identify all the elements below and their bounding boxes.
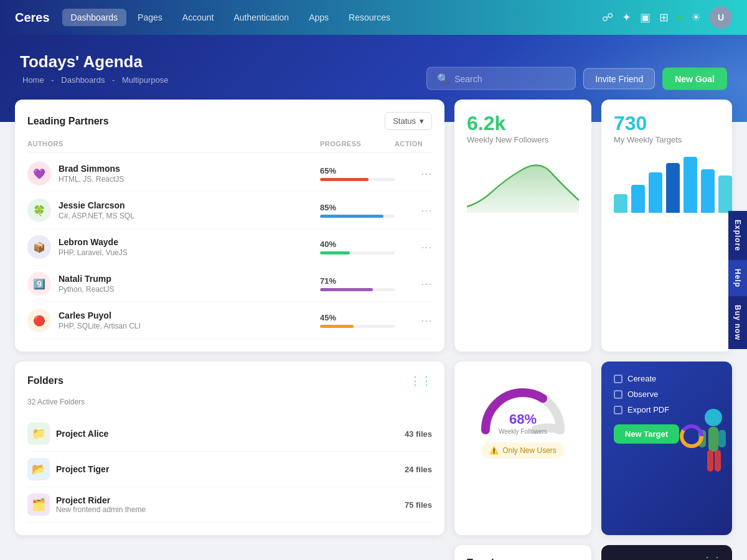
bar-1 <box>631 185 645 213</box>
main-content: Leading Partners Status ▾ AUTHORS PROGRE… <box>0 100 747 560</box>
partner-info: 🍀 Jessie Clarcson C#, ASP.NET, MS SQL <box>27 198 320 222</box>
explore-tab[interactable]: Explore <box>728 211 747 260</box>
create-action: Cereate <box>614 374 720 383</box>
partner-info: 💜 Brad Simmons HTML, JS, ReactJS <box>27 162 320 185</box>
progress-fill <box>320 215 383 218</box>
folders-card-header: Folders ⋮⋮ <box>27 374 432 388</box>
partner-row: 🔴 Carles Puyol PHP, SQLite, Artisan CLI … <box>27 302 432 339</box>
progress-area: 40% <box>320 240 395 254</box>
partner-skills: HTML, JS, ReactJS <box>59 175 124 184</box>
partner-skills: C#, ASP.NET, MS SQL <box>59 212 134 220</box>
header-actions: 🔍 Invite Friend New Goal <box>426 67 727 90</box>
partner-avatar-3: 9️⃣ <box>27 272 51 296</box>
leading-partners-card: Leading Partners Status ▾ AUTHORS PROGRE… <box>15 100 444 352</box>
side-panel: Explore Help Buy now <box>728 211 747 349</box>
folder-row: 📁 Project Alice 43 files <box>27 416 432 452</box>
folder-row: 📂 Project Tiger 24 files <box>27 452 432 487</box>
partner-name: Carles Puyol <box>59 310 141 320</box>
folder-rows: 📁 Project Alice 43 files 📂 Project Tiger… <box>27 416 432 523</box>
partner-row: 9️⃣ Natali Trump Python, ReactJS 71% ⋯ <box>27 266 432 302</box>
progress-area: 71% <box>320 276 395 291</box>
partner-name: Lebron Wayde <box>59 237 128 247</box>
partner-avatar-0: 💜 <box>27 162 51 185</box>
svg-rect-7 <box>715 450 721 472</box>
nav-authentication[interactable]: Authentication <box>225 9 298 26</box>
status-label: Status <box>393 116 416 126</box>
dots-icon[interactable]: ⋮⋮ <box>410 374 432 388</box>
partner-info: 📦 Lebron Wayde PHP, Laravel, VueJS <box>27 235 320 259</box>
window-icon[interactable]: ▣ <box>640 11 651 24</box>
chart-icon[interactable]: ☍ <box>602 11 613 24</box>
export-checkbox[interactable] <box>614 406 622 414</box>
help-tab[interactable]: Help <box>728 260 747 296</box>
col-authors: AUTHORS <box>27 140 320 147</box>
breadcrumb-home[interactable]: Home <box>22 75 44 85</box>
export-label: Export PDF <box>627 405 669 414</box>
observe-label: Observe <box>627 390 658 399</box>
target-actions-card: Cereate Observe Export PDF New Target <box>601 362 732 535</box>
folders-subtitle: 32 Active Folders <box>27 398 432 406</box>
progress-area: 45% <box>320 313 395 328</box>
content-grid: Leading Partners Status ▾ AUTHORS PROGRE… <box>15 100 732 560</box>
invite-friend-button[interactable]: Invite Friend <box>583 68 655 89</box>
nav-dashboards[interactable]: Dashboards <box>62 9 127 26</box>
table-header: AUTHORS PROGRESS ACTION <box>27 140 432 153</box>
sun-icon[interactable]: ☀ <box>691 11 701 24</box>
action-dots[interactable]: ⋯ <box>395 314 432 327</box>
partner-skills: PHP, Laravel, VueJS <box>59 248 128 257</box>
action-dots[interactable]: ⋯ <box>395 277 432 291</box>
nav-resources[interactable]: Resources <box>340 9 399 26</box>
partner-rows: 💜 Brad Simmons HTML, JS, ReactJS 65% ⋯ 🍀… <box>27 156 432 339</box>
partner-row: 🍀 Jessie Clarcson C#, ASP.NET, MS SQL 85… <box>27 192 432 229</box>
search-icon: 🔍 <box>437 73 449 85</box>
chevron-down-icon: ▾ <box>420 116 424 126</box>
progress-fill <box>320 288 373 291</box>
new-goal-button[interactable]: New Goal <box>662 67 727 90</box>
partner-skills: PHP, SQLite, Artisan CLI <box>59 322 141 330</box>
status-dropdown[interactable]: Status ▾ <box>385 112 432 130</box>
export-action: Export PDF <box>614 405 720 414</box>
progress-pct: 40% <box>320 240 395 249</box>
folder-info: 📂 Project Tiger <box>27 458 109 480</box>
new-target-button[interactable]: New Target <box>614 424 679 444</box>
partner-name: Natali Trump <box>59 274 114 284</box>
partner-avatar-1: 🍀 <box>27 198 51 222</box>
folders-card: Folders ⋮⋮ 32 Active Folders 📁 Project A… <box>15 362 444 535</box>
partner-row: 💜 Brad Simmons HTML, JS, ReactJS 65% ⋯ <box>27 156 432 192</box>
partner-name: Brad Simmons <box>59 164 124 174</box>
sparkle-icon[interactable]: ✦ <box>622 11 631 24</box>
folder-files: 43 files <box>405 429 432 439</box>
targets-bar-chart <box>614 151 720 213</box>
svg-text:68%: 68% <box>509 411 537 427</box>
nav-apps[interactable]: Apps <box>300 9 337 26</box>
grid-icon[interactable]: ⊞ <box>659 11 669 24</box>
user-avatar[interactable]: U <box>710 6 732 29</box>
targets-count: 730 <box>614 112 720 135</box>
partner-skills: Python, ReactJS <box>59 285 114 294</box>
page-title: Todays' Agenda <box>20 52 727 72</box>
only-new-users-text: Only New Users <box>502 446 557 455</box>
action-dots[interactable]: ⋯ <box>395 203 432 217</box>
action-dots[interactable]: ⋯ <box>395 167 432 180</box>
observe-checkbox[interactable] <box>614 390 622 399</box>
nav-account[interactable]: Account <box>174 9 223 26</box>
search-input[interactable] <box>454 73 565 83</box>
create-checkbox[interactable] <box>614 375 622 383</box>
svg-rect-6 <box>707 450 713 472</box>
progress-track <box>320 178 395 181</box>
breadcrumb-dashboards[interactable]: Dashboards <box>61 75 105 85</box>
partner-info: 🔴 Carles Puyol PHP, SQLite, Artisan CLI <box>27 309 320 332</box>
progress-fill <box>320 325 354 328</box>
followers-count: 6.2k <box>467 112 579 135</box>
folder-files: 75 files <box>405 500 432 510</box>
folder-info: 📁 Project Alice <box>27 422 108 445</box>
folder-name: Project Tiger <box>56 464 109 474</box>
action-dots[interactable]: ⋯ <box>395 240 432 254</box>
progress-track <box>320 325 395 328</box>
search-box[interactable]: 🔍 <box>426 67 576 90</box>
nav-pages[interactable]: Pages <box>129 9 171 26</box>
progress-area: 65% <box>320 166 395 181</box>
buy-now-tab[interactable]: Buy now <box>728 296 747 349</box>
partner-avatar-2: 📦 <box>27 235 51 259</box>
bar-col-0 <box>614 194 627 213</box>
